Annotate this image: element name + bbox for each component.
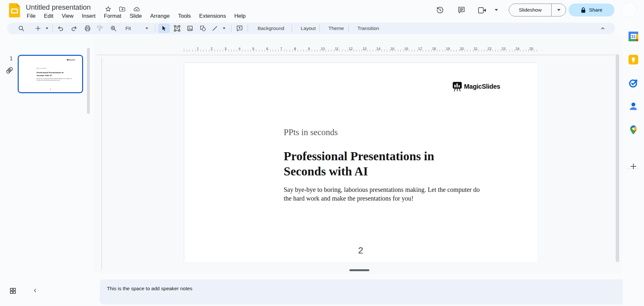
speaker-notes-input[interactable]: This is the space to add speaker notes xyxy=(100,279,627,304)
slide-kicker-textbox[interactable]: PPts in seconds xyxy=(284,127,338,137)
zoom-caret-icon[interactable] xyxy=(146,27,148,30)
theme-button[interactable]: Theme xyxy=(323,23,349,34)
transition-indicator-icon[interactable] xyxy=(5,66,14,75)
background-button[interactable]: Background xyxy=(252,23,289,34)
h-ruler-tick xyxy=(481,50,482,52)
slide-editor[interactable]: MagicSlides PPts in seconds Professional… xyxy=(184,63,537,262)
zoom-select[interactable]: Fit xyxy=(125,25,131,31)
zoom-in-icon[interactable] xyxy=(110,25,117,32)
menu-file[interactable]: File xyxy=(23,12,40,20)
toolbar-separator xyxy=(155,25,155,32)
filmstrip-scrollbar[interactable] xyxy=(87,48,90,114)
camera-dropdown-caret-icon[interactable] xyxy=(495,9,498,11)
add-comment-icon[interactable] xyxy=(236,25,243,32)
h-ruler-tick xyxy=(184,49,184,52)
lock-icon xyxy=(581,7,586,13)
h-ruler-tick xyxy=(451,50,451,52)
slideshow-dropdown-caret-icon[interactable] xyxy=(552,9,566,11)
h-ruler-tick xyxy=(256,50,256,52)
comment-history-icon[interactable] xyxy=(457,6,466,14)
h-ruler-tick xyxy=(278,50,279,52)
meet-camera-icon[interactable] xyxy=(478,7,487,14)
h-ruler-tick xyxy=(251,50,251,52)
slide-thumbnail[interactable]: MagicSlides PPts in seconds Professional… xyxy=(18,55,83,93)
slide-title-textbox[interactable]: Professional Presentations in Seconds wi… xyxy=(284,149,458,179)
speaker-notes-resize-handle[interactable] xyxy=(349,269,369,271)
h-ruler-tick xyxy=(281,49,281,52)
insert-line-icon[interactable] xyxy=(212,25,218,32)
h-ruler-tick xyxy=(448,49,448,52)
google-maps-icon[interactable] xyxy=(629,125,638,135)
brand-text: MagicSlides xyxy=(464,83,500,90)
h-ruler-tick xyxy=(328,50,329,52)
h-ruler-tick xyxy=(517,49,518,52)
h-ruler-tick xyxy=(417,50,418,52)
slideshow-button-group: Slideshow xyxy=(509,4,566,16)
h-ruler-tick xyxy=(287,50,287,52)
version-history-icon[interactable] xyxy=(436,6,444,15)
h-ruler-tick xyxy=(228,50,229,52)
side-panel: 31 xyxy=(623,21,644,306)
collapse-toolbar-icon[interactable] xyxy=(600,25,606,32)
google-keep-icon[interactable] xyxy=(629,55,638,64)
collapse-filmstrip-chevron-icon[interactable] xyxy=(32,288,38,293)
select-cursor-icon[interactable] xyxy=(161,25,167,32)
h-ruler-tick xyxy=(453,50,454,52)
menu-help[interactable]: Help xyxy=(230,12,250,20)
h-ruler-tick xyxy=(189,50,190,52)
slide-page-number[interactable]: 2 xyxy=(184,245,537,256)
h-ruler-tick xyxy=(467,50,468,52)
google-slides-logo-icon[interactable] xyxy=(9,3,20,17)
vertical-ruler-line xyxy=(101,57,102,270)
google-contacts-icon[interactable] xyxy=(629,102,638,111)
filmstrip-slide-number: 1 xyxy=(10,55,13,62)
h-ruler-tick xyxy=(370,50,370,52)
brand-logo[interactable]: MagicSlides xyxy=(452,81,500,92)
h-ruler-tick xyxy=(473,50,473,52)
h-ruler-tick xyxy=(498,50,498,52)
text-box-icon[interactable] xyxy=(174,25,181,32)
slide-body-textbox[interactable]: Say bye-bye to boring, laborious present… xyxy=(284,185,487,203)
account-avatar[interactable] xyxy=(621,2,637,18)
h-ruler-tick xyxy=(262,50,262,52)
h-ruler-tick xyxy=(356,50,356,52)
menu-arrange[interactable]: Arrange xyxy=(146,12,174,20)
menu-slide[interactable]: Slide xyxy=(126,12,146,20)
get-add-ons-plus-icon[interactable] xyxy=(630,163,637,170)
h-ruler-tick xyxy=(331,50,331,52)
cloud-saved-icon[interactable] xyxy=(133,5,140,13)
insert-image-icon[interactable] xyxy=(186,25,194,32)
canvas-scrollbar[interactable] xyxy=(616,54,619,262)
h-ruler-tick xyxy=(225,49,226,52)
new-slide-caret-icon[interactable] xyxy=(46,27,49,30)
h-ruler-tick xyxy=(354,50,354,52)
share-button[interactable]: Share xyxy=(569,4,614,16)
transition-button[interactable]: Transition xyxy=(352,23,384,34)
thumb-brand: MagicSlides xyxy=(67,59,76,61)
search-menus-icon[interactable] xyxy=(18,25,25,32)
layout-button[interactable]: Layout xyxy=(296,23,321,34)
menu-edit[interactable]: Edit xyxy=(40,12,57,20)
line-caret-icon[interactable] xyxy=(223,27,226,30)
star-icon[interactable] xyxy=(105,5,112,13)
insert-shape-icon[interactable] xyxy=(199,25,206,32)
new-slide-plus-icon[interactable] xyxy=(35,25,42,32)
h-ruler-tick xyxy=(376,50,376,52)
menu-extensions[interactable]: Extensions xyxy=(195,12,230,20)
menu-view[interactable]: View xyxy=(58,12,78,20)
document-title[interactable]: Untitled presentation xyxy=(26,3,91,12)
redo-icon[interactable] xyxy=(71,25,78,32)
h-ruler-tick xyxy=(492,50,493,52)
slideshow-button[interactable]: Slideshow xyxy=(509,7,551,13)
menu-format[interactable]: Format xyxy=(100,12,126,20)
h-ruler-tick xyxy=(398,50,398,52)
h-ruler-tick xyxy=(373,50,373,52)
google-tasks-icon[interactable] xyxy=(629,78,638,88)
grid-view-icon[interactable] xyxy=(9,287,17,295)
menu-tools[interactable]: Tools xyxy=(174,12,195,20)
print-icon[interactable] xyxy=(84,25,91,32)
h-ruler-tick xyxy=(462,49,462,52)
undo-icon[interactable] xyxy=(57,25,64,32)
move-to-folder-icon[interactable] xyxy=(118,5,126,13)
google-calendar-icon[interactable]: 31 xyxy=(629,32,638,41)
